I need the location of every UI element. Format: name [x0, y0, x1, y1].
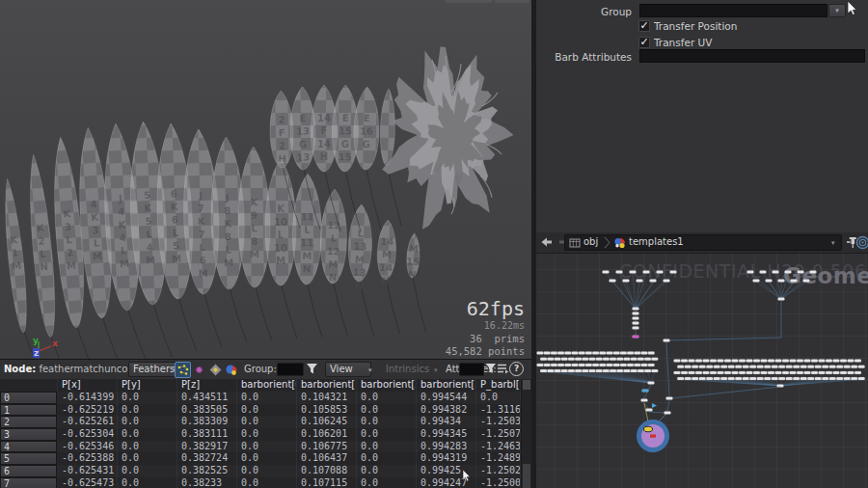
network-node[interactable]: [793, 377, 800, 380]
network-node[interactable]: [854, 360, 861, 363]
table-cell[interactable]: 0.382724: [177, 452, 237, 465]
network-node[interactable]: [561, 369, 568, 372]
network-canvas[interactable]: CONFIDENTIAL H20.0.506 Geometry: [536, 253, 868, 488]
intrinsics-dropdown[interactable]: Intrinsics: [386, 364, 429, 374]
network-node[interactable]: [728, 366, 735, 368]
network-node[interactable]: [786, 366, 793, 368]
network-node[interactable]: [836, 377, 843, 380]
network-node[interactable]: [804, 360, 811, 363]
network-node[interactable]: [666, 397, 673, 400]
network-node[interactable]: [764, 366, 771, 368]
network-node[interactable]: [732, 360, 739, 363]
network-node[interactable]: [616, 369, 623, 372]
network-node[interactable]: [651, 369, 658, 372]
column-header[interactable]: P[z]: [177, 379, 237, 392]
network-node[interactable]: [596, 358, 603, 361]
network-node[interactable]: [800, 377, 807, 380]
network-node[interactable]: [643, 271, 650, 274]
column-header[interactable]: barborient[0]: [237, 379, 297, 392]
network-node[interactable]: [810, 271, 817, 274]
table-cell[interactable]: 0.994319: [417, 452, 476, 465]
network-node[interactable]: [599, 364, 606, 366]
radial-menu-icon[interactable]: [855, 235, 868, 250]
network-node[interactable]: [844, 377, 851, 380]
network-node[interactable]: [714, 366, 720, 368]
network-node[interactable]: [547, 369, 554, 372]
network-node[interactable]: [677, 377, 684, 380]
row-number[interactable]: 5: [0, 452, 57, 465]
group-parm-dropdown[interactable]: ▾: [828, 4, 846, 17]
network-node[interactable]: [627, 352, 634, 355]
network-node[interactable]: [610, 358, 616, 361]
table-row[interactable]: 2-0.6252610.00.3833090.00.1062450.00.994…: [0, 416, 521, 428]
network-node[interactable]: [685, 377, 692, 380]
network-node[interactable]: [664, 339, 670, 342]
network-node[interactable]: [634, 352, 640, 355]
network-node[interactable]: [766, 280, 773, 283]
table-cell[interactable]: 0.105853: [297, 404, 357, 417]
scene-viewport[interactable]: K1MK2LNK3L2M4K3LMJ4K4LM5K5L4M6K6L5MJ7K7L…: [0, 0, 531, 359]
network-node[interactable]: [544, 352, 551, 355]
table-cell[interactable]: 0.0: [237, 441, 297, 453]
network-node[interactable]: [793, 366, 800, 368]
network-node[interactable]: [848, 371, 854, 374]
table-cell[interactable]: -0.614399: [58, 392, 118, 404]
network-node[interactable]: [768, 371, 774, 374]
network-node[interactable]: [557, 352, 564, 355]
primitives-mode-button[interactable]: [207, 362, 224, 378]
network-node[interactable]: [641, 352, 648, 355]
group-parm-input[interactable]: [639, 4, 827, 17]
row-number[interactable]: 4: [0, 441, 57, 453]
network-node[interactable]: [620, 364, 627, 366]
network-node[interactable]: [603, 271, 610, 274]
network-node[interactable]: [829, 377, 836, 380]
current-node[interactable]: [637, 420, 669, 452]
network-node[interactable]: [657, 271, 664, 274]
network-node[interactable]: [782, 371, 789, 374]
network-node[interactable]: [735, 366, 742, 368]
network-node[interactable]: [785, 271, 792, 274]
network-node[interactable]: [685, 366, 692, 368]
network-node[interactable]: [692, 366, 698, 368]
table-cell[interactable]: 0.0: [237, 404, 297, 417]
network-node[interactable]: [757, 366, 764, 368]
network-node[interactable]: [592, 352, 599, 355]
table-cell[interactable]: 0.106775: [297, 441, 357, 453]
table-cell[interactable]: 0.0: [118, 404, 177, 417]
network-node[interactable]: [582, 358, 588, 361]
network-node[interactable]: [540, 369, 547, 372]
view-dropdown-arrow[interactable]: ▾: [368, 366, 372, 374]
network-node[interactable]: [728, 377, 735, 380]
network-node[interactable]: [807, 366, 814, 368]
network-node[interactable]: [637, 280, 643, 283]
table-cell[interactable]: 0.994247: [417, 477, 476, 488]
network-node[interactable]: [718, 371, 724, 374]
barb-attributes-input[interactable]: [639, 49, 865, 63]
column-header[interactable]: barborient[3]: [417, 379, 476, 392]
network-node[interactable]: [537, 364, 544, 366]
table-row[interactable]: 1-0.6252190.00.3835050.00.1058530.00.994…: [0, 404, 521, 417]
column-header[interactable]: P_barbl[0]: [476, 379, 521, 392]
table-cell[interactable]: 0.434511: [177, 392, 237, 404]
network-node[interactable]: [564, 364, 571, 366]
table-cell[interactable]: 0.383505: [177, 404, 237, 417]
network-node[interactable]: [634, 364, 640, 366]
network-node[interactable]: [790, 360, 797, 363]
table-cell[interactable]: 0.0: [476, 392, 521, 404]
table-cell[interactable]: -0.625388: [58, 452, 118, 465]
vertices-mode-button[interactable]: [191, 362, 207, 378]
network-node[interactable]: [613, 352, 620, 355]
network-node[interactable]: [815, 366, 822, 368]
table-cell[interactable]: -1.2489e-: [476, 452, 521, 465]
network-node[interactable]: [544, 364, 551, 366]
points-mode-button[interactable]: [175, 362, 191, 378]
table-cell[interactable]: 0.0: [237, 392, 297, 404]
network-node[interactable]: [677, 366, 684, 368]
network-node[interactable]: [746, 360, 753, 363]
table-cell[interactable]: -0.625346: [58, 441, 118, 453]
network-node[interactable]: [761, 371, 768, 374]
table-cell[interactable]: 0.0: [237, 477, 297, 488]
network-node[interactable]: [786, 377, 793, 380]
network-node[interactable]: [775, 371, 782, 374]
table-cell[interactable]: 0.107115: [297, 477, 357, 488]
